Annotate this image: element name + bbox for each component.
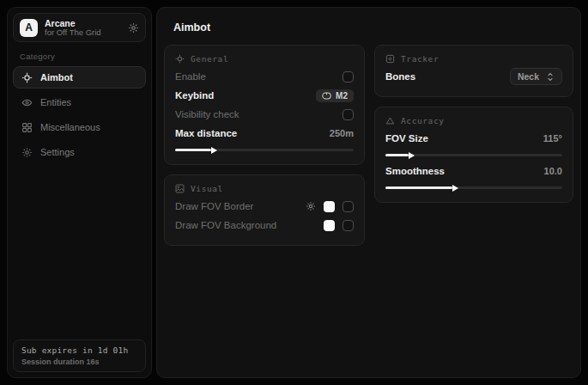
sidebar-item-label: Entities: [40, 97, 71, 107]
keybind-row: Keybind M2: [175, 86, 354, 105]
general-card-header: General: [175, 54, 354, 64]
smoothness-row: Smoothness 10.0: [385, 162, 562, 180]
bones-row: Bones Neck: [385, 67, 562, 86]
updown-arrows-icon: [546, 72, 555, 82]
sidebar-item-aimbot[interactable]: Aimbot: [13, 66, 146, 89]
slider-fill: [175, 149, 211, 151]
draw-fov-background-label: Draw FOV Background: [175, 220, 276, 230]
keybind-button[interactable]: M2: [316, 89, 354, 102]
image-icon: [175, 184, 185, 193]
gear-icon: [21, 147, 33, 158]
target-box-icon: [385, 54, 395, 64]
app-logo-card: A Arcane for Off The Grid: [13, 13, 146, 42]
accuracy-card-header: Accuracy: [385, 116, 562, 125]
fov-size-slider[interactable]: [385, 154, 562, 156]
card-header-label: General: [191, 54, 228, 64]
draw-fov-background-checkbox[interactable]: [342, 220, 354, 231]
mouse-icon: [322, 92, 331, 100]
fov-size-row: FOV Size 115°: [385, 129, 562, 148]
smoothness-value: 10.0: [544, 166, 562, 176]
app-name: Arcane: [45, 18, 121, 28]
card-header-label: Tracker: [401, 54, 439, 64]
fov-border-color-swatch[interactable]: [324, 201, 335, 212]
sidebar-item-entities[interactable]: Entities: [13, 91, 146, 113]
app-window: A Arcane for Off The Grid Category Aimbo…: [0, 0, 588, 385]
card-header-label: Accuracy: [401, 116, 445, 125]
crosshair-icon: [175, 54, 185, 64]
triangle-icon: [385, 116, 395, 125]
visibility-check-row: Visibility check: [175, 105, 354, 124]
fov-border-settings-gear-icon[interactable]: [306, 201, 316, 211]
page-title: Aimbot: [173, 21, 573, 34]
sidebar-spacer: [13, 166, 146, 339]
bones-select[interactable]: Neck: [510, 68, 562, 85]
smoothness-slider[interactable]: [385, 186, 562, 189]
settings-gear-icon[interactable]: [128, 22, 139, 34]
enable-row: Enable: [175, 67, 354, 86]
sidebar-item-label: Settings: [40, 147, 75, 157]
enable-label: Enable: [175, 71, 206, 82]
app-subtitle: for Off The Grid: [45, 28, 121, 38]
slider-fill: [385, 186, 452, 189]
max-distance-slider[interactable]: [175, 149, 354, 151]
session-duration-text: Session duration 16s: [21, 358, 137, 366]
sub-expires-text: Sub expires in 1d 01h: [21, 345, 137, 355]
visual-card: Visual Draw FOV Border: [164, 174, 365, 246]
fov-size-label: FOV Size: [385, 133, 428, 144]
draw-fov-background-row: Draw FOV Background: [175, 216, 354, 235]
sidebar: A Arcane for Off The Grid Category Aimbo…: [7, 7, 152, 378]
sidebar-item-label: Aimbot: [40, 72, 73, 82]
slider-thumb[interactable]: [211, 147, 217, 154]
max-distance-label: Max distance: [175, 128, 237, 138]
fov-background-color-swatch[interactable]: [324, 220, 335, 231]
draw-fov-border-checkbox[interactable]: [342, 201, 354, 212]
category-label: Category: [20, 52, 146, 61]
main-panel: Aimbot General Enable: [156, 7, 581, 378]
grid-icon: [21, 122, 33, 133]
tracker-card: Tracker Bones Neck: [374, 45, 573, 97]
general-card: General Enable Keybind: [164, 45, 365, 165]
accuracy-card: Accuracy FOV Size 115° Smoothness 10.0: [374, 107, 573, 203]
keybind-label: Keybind: [175, 90, 214, 101]
visibility-check-label: Visibility check: [175, 109, 239, 119]
app-title-block: Arcane for Off The Grid: [45, 18, 121, 38]
enable-checkbox[interactable]: [342, 71, 354, 82]
bones-label: Bones: [385, 71, 415, 82]
sidebar-item-miscellaneous[interactable]: Miscellaneous: [13, 116, 146, 138]
max-distance-value: 250m: [330, 128, 354, 138]
sidebar-item-settings[interactable]: Settings: [13, 141, 146, 163]
app-logo: A: [20, 19, 38, 37]
fov-size-value: 115°: [543, 133, 562, 144]
bones-selected-value: Neck: [518, 71, 539, 82]
draw-fov-border-row: Draw FOV Border: [175, 197, 354, 216]
card-header-label: Visual: [191, 184, 223, 193]
slider-thumb[interactable]: [409, 152, 415, 159]
slider-thumb[interactable]: [452, 185, 458, 192]
keybind-value: M2: [336, 91, 348, 101]
max-distance-row: Max distance 250m: [175, 124, 354, 143]
draw-fov-border-label: Draw FOV Border: [175, 201, 253, 211]
crosshair-icon: [21, 72, 33, 83]
eye-icon: [21, 97, 33, 108]
visual-card-header: Visual: [175, 184, 354, 193]
smoothness-label: Smoothness: [385, 166, 445, 176]
subscription-info-box: Sub expires in 1d 01h Session duration 1…: [13, 339, 146, 372]
visibility-check-checkbox[interactable]: [342, 109, 354, 120]
tracker-card-header: Tracker: [385, 54, 562, 64]
sidebar-item-label: Miscellaneous: [40, 122, 100, 132]
slider-fill: [385, 154, 409, 156]
